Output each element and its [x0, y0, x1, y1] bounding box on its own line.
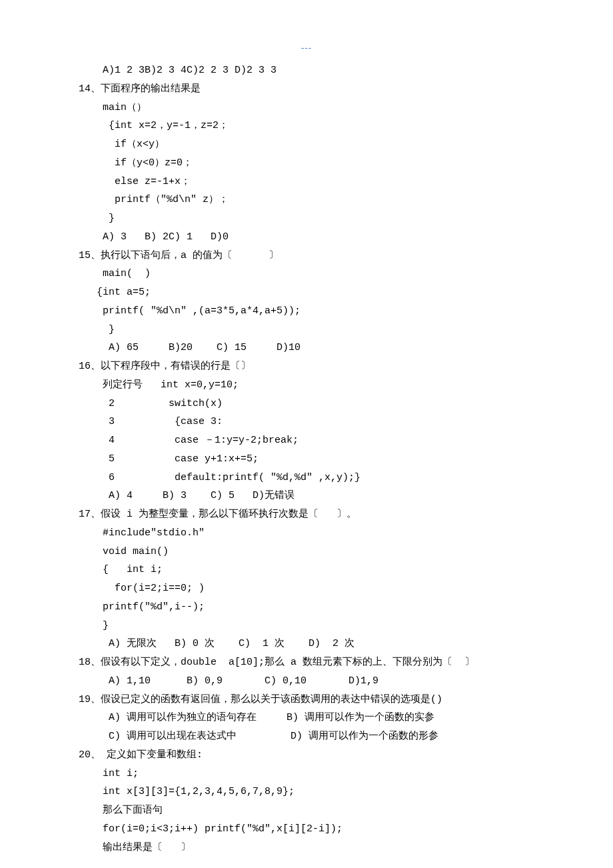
- q20-code-line: 那么下面语句: [79, 805, 163, 816]
- q20-code-line: int x[3][3]={1,2,3,4,5,6,7,8,9};: [79, 786, 295, 797]
- q14-options: A) 3 B) 2C) 1 D)0: [79, 231, 229, 243]
- q20-code-line: int i;: [79, 768, 139, 779]
- q16-code-line: 6 default:printf( "%d,%d" ,x,y);}: [79, 472, 360, 483]
- q17-code-line: void main(): [79, 546, 169, 557]
- q16-stem: 16、以下程序段中，有错误的行是〔〕: [79, 361, 251, 372]
- q15-code-line: }: [79, 324, 115, 335]
- q17-code-line: }: [79, 620, 109, 631]
- q19-stem: 19、假设已定义的函数有返回值，那么以关于该函数调用的表达中错误的选项是(): [79, 694, 442, 705]
- document-body: A)1 2 3B)2 3 4C)2 2 3 D)2 3 3 14、下面程序的输出…: [79, 61, 534, 857]
- q17-code-line: printf("%d",i--);: [79, 601, 205, 613]
- q15-code-line: main( ): [79, 268, 151, 279]
- q18-options: A) 1,10 B) 0,9 C) 0,10 D)1,9: [79, 675, 378, 687]
- q14-code-line: {int x=2，y=-1，z=2；: [79, 120, 229, 131]
- q14-code-line: main（）: [79, 102, 147, 113]
- q14-code-line: if（y<0）z=0；: [79, 157, 193, 169]
- q20-stem: 20、 定义如下变量和数组:: [79, 749, 203, 761]
- q18-stem: 18、假设有以下定义，double a[10];那么 a 数组元素下标的上、下限…: [79, 657, 474, 668]
- q17-options: A) 无限次 B) 0 次 C) 1 次 D) 2 次: [79, 638, 354, 649]
- q14-stem: 14、下面程序的输出结果是: [79, 83, 201, 95]
- q16-code-line: 2 switch(x): [79, 398, 223, 409]
- q17-code-line: for(i=2;i==0; ): [79, 583, 205, 594]
- q17-code-line: { int i;: [79, 564, 163, 575]
- q14-code-line: if（x<y）: [79, 139, 165, 150]
- header-mark: ---: [79, 40, 534, 56]
- q14-code-line: printf（"%d\n" z）；: [79, 194, 229, 205]
- q15-code-line: {int a=5;: [79, 287, 151, 298]
- q15-options: A) 65 B)20 C) 15 D)10: [79, 342, 301, 353]
- q16-code-line: 5 case y+1:x+=5;: [79, 453, 259, 465]
- q15-code-line: printf( "%d\n" ,(a=3*5,a*4,a+5));: [79, 305, 301, 317]
- q14-code-line: }: [79, 213, 115, 224]
- q19-option-cd: C) 调用可以出现在表达式中 D) 调用可以作为一个函数的形参: [79, 731, 438, 742]
- q17-code-line: #include"stdio.h": [79, 527, 205, 539]
- q16-code-line: 3 {case 3:: [79, 416, 223, 427]
- q14-code-line: else z=-1+x；: [79, 176, 191, 187]
- q13-options: A)1 2 3B)2 3 4C)2 2 3 D)2 3 3: [79, 65, 277, 76]
- q20-code-line: for(i=0;i<3;i++) printf("%d",x[i][2-i]);: [79, 823, 342, 835]
- q16-code-line: 4 case －1:y=y-2;break;: [79, 435, 299, 446]
- q17-stem: 17、假设 i 为整型变量，那么以下循环执行次数是〔 〕。: [79, 509, 356, 520]
- q16-code-line: 列定行号 int x=0,y=10;: [79, 379, 239, 391]
- q19-option-ab: A) 调用可以作为独立的语句存在 B) 调用可以作为一个函数的实参: [79, 712, 434, 723]
- q16-options: A) 4 B) 3 C) 5 D)无错误: [79, 490, 295, 501]
- q15-stem: 15、执行以下语句后，a 的值为〔 〕: [79, 250, 279, 261]
- page-container: --- A)1 2 3B)2 3 4C)2 2 3 D)2 3 3 14、下面程…: [0, 0, 613, 868]
- q20-code-line: 输出结果是〔 〕: [79, 842, 191, 853]
